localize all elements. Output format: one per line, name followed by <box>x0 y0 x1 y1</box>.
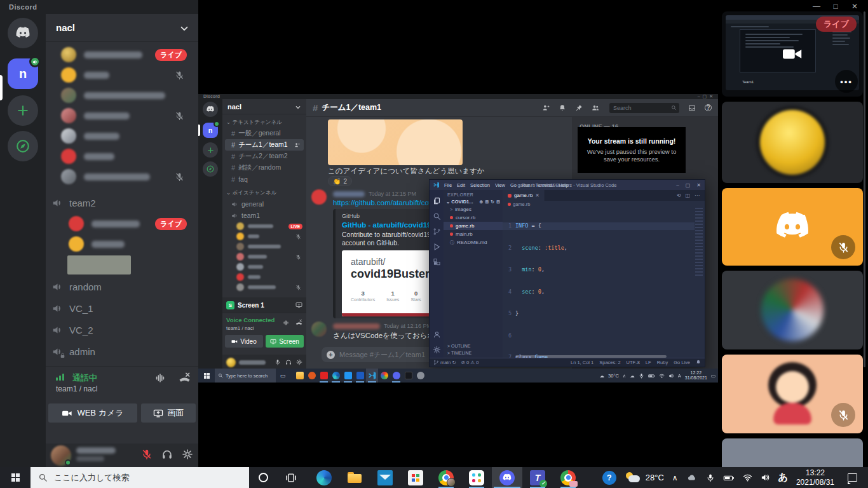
explorer-actions[interactable]: ⊕⊞↻⊟ <box>480 200 501 205</box>
disconnect-call-icon[interactable] <box>179 372 191 384</box>
voice-member-row[interactable] <box>46 146 198 166</box>
inner-voice-channel[interactable]: team1 <box>225 210 304 221</box>
voice-channel-team2[interactable]: team2 <box>46 192 198 214</box>
explorer-icon[interactable] <box>433 197 441 205</box>
section-voice-channels[interactable]: ⌄ ボイスチャンネル <box>222 187 306 198</box>
search-icon[interactable] <box>433 212 441 220</box>
voice-member-row[interactable] <box>46 65 198 85</box>
inner-text-channel[interactable]: #雑談／random <box>225 162 304 173</box>
code-editor[interactable]: 1INFO = { 2 scene: :title, 3 min: 0, 4 s… <box>503 208 695 355</box>
screen-share-button[interactable]: 画面 <box>141 403 196 423</box>
inner-voice-member[interactable] <box>222 241 306 252</box>
voice-member-row[interactable]: ライブ <box>46 214 198 234</box>
inner-voice-member[interactable]: LIVE <box>222 221 306 231</box>
mic-icon[interactable] <box>706 473 715 482</box>
menu-selection[interactable]: Selection <box>470 182 490 188</box>
menu-file[interactable]: File <box>444 182 452 188</box>
editor-actions[interactable]: ⟲◫⋯ <box>677 193 705 198</box>
inner-text-channel[interactable]: #faq <box>225 173 304 185</box>
wifi-icon[interactable] <box>743 473 752 482</box>
onedrive-icon[interactable] <box>686 473 698 482</box>
taskbar-app-store[interactable] <box>400 467 431 488</box>
add-server-button[interactable] <box>8 95 38 126</box>
file-cursor.rb[interactable]: cursor.rb <box>444 214 503 222</box>
inner-voice-member[interactable] <box>222 272 306 282</box>
volume-icon[interactable] <box>761 473 770 482</box>
tiles-scrollbar[interactable] <box>864 11 865 367</box>
participant-tile[interactable] <box>722 102 863 183</box>
inner-screen-tile[interactable]: S Screen 1 <box>222 297 306 313</box>
file-main.rb[interactable]: main.rb <box>444 230 503 238</box>
message-image-attachment[interactable] <box>328 119 463 165</box>
voice-member-row[interactable] <box>46 234 198 254</box>
minimize-button[interactable]: — <box>807 0 826 13</box>
voice-member-row[interactable] <box>46 105 198 126</box>
taskbar-app-teams[interactable]: T✓ <box>522 467 553 488</box>
tray-expand-chevron[interactable]: ∧ <box>672 473 678 482</box>
taskbar-app-chrome-profile[interactable] <box>431 467 461 488</box>
server-button-nacl[interactable]: n <box>8 58 38 89</box>
voice-channel-admin[interactable]: admin <box>46 341 198 362</box>
voice-member-row[interactable] <box>46 126 198 146</box>
inner-voice-member[interactable] <box>222 231 306 241</box>
inner-voice-channel[interactable]: general <box>225 198 304 210</box>
taskbar-app-chrome-alt[interactable] <box>553 467 583 488</box>
participant-tile[interactable] <box>722 188 863 266</box>
status-item[interactable]: Ruby <box>657 360 668 365</box>
taskbar-app-mail[interactable] <box>370 467 400 488</box>
status-item[interactable]: UTF-8 <box>627 360 640 365</box>
noise-suppression-icon[interactable] <box>154 372 166 384</box>
close-tab-icon[interactable]: ✕ <box>535 193 539 198</box>
tile-more-button[interactable]: ••• <box>835 70 858 93</box>
explore-servers-button[interactable] <box>8 131 38 161</box>
participant-tile[interactable] <box>722 355 863 433</box>
extensions-icon[interactable] <box>433 258 441 266</box>
close-button[interactable]: ✕ <box>845 0 864 13</box>
file-README.md[interactable]: ⓘ README.md <box>444 238 503 247</box>
status-item[interactable]: Spaces: 2 <box>599 360 620 365</box>
menu-go[interactable]: Go <box>510 182 517 188</box>
voice-member-row[interactable]: ライブ <box>46 44 198 65</box>
tab-game-rb[interactable]: game.rb ✕ <box>503 190 545 201</box>
panel-timeline[interactable]: > TIMELINE <box>444 349 503 356</box>
participant-tile[interactable] <box>722 271 863 349</box>
get-help-icon[interactable]: ? <box>602 471 616 485</box>
source-control-icon[interactable] <box>433 227 441 236</box>
run-debug-icon[interactable] <box>433 243 441 251</box>
inner-text-channel[interactable]: #チーム1／team1 <box>225 139 304 151</box>
section-text-channels[interactable]: ⌄ テキストチャンネル <box>222 117 306 128</box>
home-button[interactable] <box>8 18 38 48</box>
voice-member-row[interactable] <box>46 85 198 105</box>
headphones-icon[interactable] <box>161 449 173 460</box>
inner-text-channel[interactable]: #一般／general <box>225 128 304 139</box>
accounts-icon[interactable] <box>433 330 441 339</box>
status-item[interactable]: LF <box>646 360 651 365</box>
taskbar-search-box[interactable]: ここに入力して検索 <box>31 467 249 488</box>
menu-edit[interactable]: Edit <box>457 182 465 188</box>
taskbar-app-explorer[interactable] <box>339 467 370 488</box>
weather-widget[interactable]: 28°C <box>625 472 664 484</box>
voice-channel-VC_1[interactable]: VC_1 <box>46 297 198 319</box>
ime-indicator[interactable]: あ <box>778 471 788 484</box>
webcam-button[interactable]: WEB カメラ <box>48 403 137 423</box>
taskbar-app-slack[interactable] <box>461 467 492 488</box>
menu-view[interactable]: View <box>495 182 505 188</box>
voice-channel-VC_2[interactable]: VC_2 <box>46 319 198 341</box>
file-game.rb[interactable]: game.rb <box>444 222 503 230</box>
panel-outline[interactable]: > OUTLINE <box>444 342 503 349</box>
settings-gear-icon[interactable] <box>182 449 193 460</box>
file-images[interactable]: > images <box>444 205 503 214</box>
taskbar-app-edge[interactable] <box>309 467 339 488</box>
inner-text-channel[interactable]: #チーム2／team2 <box>225 151 304 162</box>
cortana-button[interactable] <box>249 467 277 488</box>
server-header[interactable]: nacl <box>46 14 198 42</box>
inner-voice-member[interactable] <box>222 252 306 262</box>
problems[interactable]: ⊘ 0 ⚠ 0 <box>461 360 479 365</box>
status-item[interactable]: Ln 1, Col 1 <box>571 360 593 365</box>
action-center-button[interactable] <box>843 473 862 482</box>
start-button[interactable] <box>0 467 31 488</box>
inner-voice-member[interactable] <box>222 282 306 292</box>
manage-gear-icon[interactable] <box>433 346 441 354</box>
task-view-button[interactable] <box>277 467 305 488</box>
folder-header[interactable]: ⌄COVID1... ⊕⊞↻⊟ <box>444 198 503 205</box>
